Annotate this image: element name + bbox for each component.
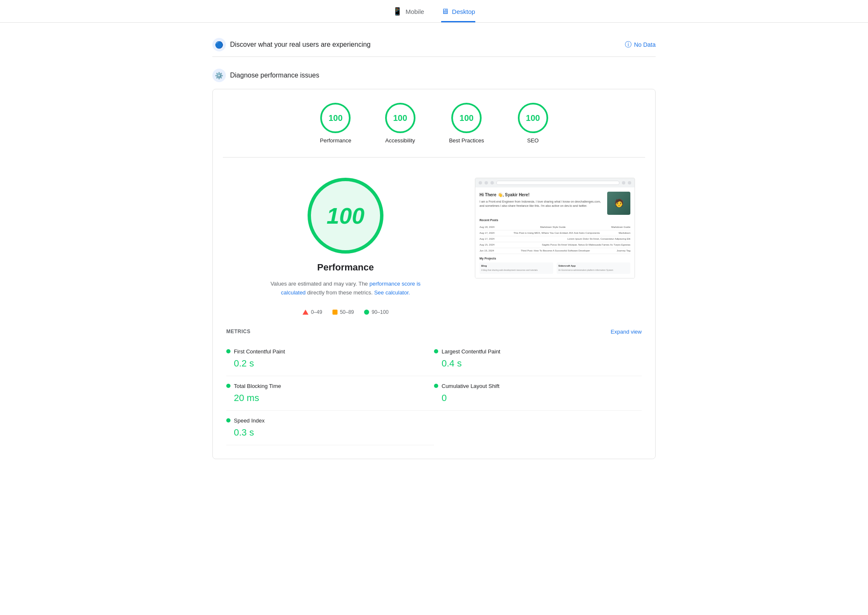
browser-icon-1 bbox=[622, 181, 625, 184]
ss-project-2-name: Sidercraft App bbox=[558, 264, 629, 268]
ss-post-date-5: Jun 15, 2024 bbox=[480, 249, 494, 253]
discover-bar: 🔵 Discover what your real users are expe… bbox=[212, 33, 656, 57]
metric-tbt-name: Total Blocking Time bbox=[234, 383, 281, 389]
legend-red: 0–49 bbox=[303, 309, 322, 315]
screenshot-body: Hi There 👋, Syakir Here! I am a Front-en… bbox=[475, 187, 635, 278]
no-data-label: No Data bbox=[634, 41, 656, 48]
metric-si-value: 0.3 s bbox=[226, 427, 434, 438]
info-icon: ⓘ bbox=[625, 40, 632, 49]
ss-post-date-2: Aug 17, 2024 bbox=[480, 231, 495, 235]
browser-icon-2 bbox=[628, 181, 631, 184]
metric-lcp-name: Largest Contentful Paint bbox=[442, 348, 500, 355]
metric-fcp: First Contentful Paint 0.2 s bbox=[226, 342, 434, 376]
perf-calculator-link[interactable]: See calculator. bbox=[374, 289, 410, 296]
metric-tbt-name-row: Total Blocking Time bbox=[226, 383, 434, 389]
score-circle-accessibility: 100 bbox=[385, 103, 415, 133]
discover-icon: 🔵 bbox=[212, 38, 226, 51]
tab-desktop[interactable]: 🖥 Desktop bbox=[441, 7, 475, 22]
metric-lcp-value: 0.4 s bbox=[434, 358, 642, 369]
tab-mobile-label: Mobile bbox=[405, 8, 424, 15]
legend-green: 90–100 bbox=[364, 309, 388, 315]
desktop-icon: 🖥 bbox=[441, 7, 449, 16]
ss-post-tags-1: Markdown Guide bbox=[611, 225, 630, 229]
scores-row: 100 Performance 100 Accessibility 100 Be… bbox=[223, 103, 645, 158]
ss-avatar: 🧑 bbox=[607, 192, 630, 215]
score-accessibility[interactable]: 100 Accessibility bbox=[385, 103, 415, 144]
ss-post-title-2: This Post is Using MDX, Where You Can Em… bbox=[514, 231, 600, 235]
perf-left: 100 Performance Values are estimated and… bbox=[233, 178, 458, 315]
perf-description: Values are estimated and may vary. The p… bbox=[265, 280, 426, 297]
metrics-label: METRICS bbox=[226, 329, 251, 334]
ss-project-1-name: Blog bbox=[481, 264, 552, 268]
mobile-icon: 📱 bbox=[393, 7, 402, 16]
metric-si-name: Speed Index bbox=[234, 417, 265, 424]
score-circle-seo: 100 bbox=[518, 103, 548, 133]
score-label-best-practices: Best Practices bbox=[449, 137, 484, 144]
browser-dot-1 bbox=[479, 181, 482, 184]
legend-orange-label: 50–89 bbox=[340, 309, 354, 315]
ss-post-3: Aug 17, 2024 Lorem Ipsum Dolor Sit Amet,… bbox=[480, 236, 630, 242]
ss-text-block: Hi There 👋, Syakir Here! I am a Front-en… bbox=[480, 192, 603, 215]
score-card: 100 Performance 100 Accessibility 100 Be… bbox=[212, 89, 656, 459]
big-perf-circle: 100 bbox=[308, 178, 383, 254]
legend-circle-icon bbox=[364, 310, 369, 315]
metric-si-name-row: Speed Index bbox=[226, 417, 434, 424]
browser-header bbox=[475, 178, 635, 187]
score-value-best-practices: 100 bbox=[460, 113, 474, 123]
ss-post-5: Jun 15, 2024 Third Post: How To Become A… bbox=[480, 248, 630, 254]
metric-fcp-value: 0.2 s bbox=[226, 358, 434, 369]
score-best-practices[interactable]: 100 Best Practices bbox=[449, 103, 484, 144]
score-circle-best-practices: 100 bbox=[451, 103, 482, 133]
perf-main: 100 Performance Values are estimated and… bbox=[223, 178, 645, 315]
discover-left: 🔵 Discover what your real users are expe… bbox=[212, 38, 370, 51]
score-value-seo: 100 bbox=[526, 113, 540, 123]
legend-triangle-icon bbox=[303, 310, 308, 315]
score-circle-performance: 100 bbox=[320, 103, 351, 133]
metric-lcp-name-row: Largest Contentful Paint bbox=[434, 348, 642, 355]
ss-post-title-1: Markdown Style Guide bbox=[540, 225, 565, 229]
metrics-grid: First Contentful Paint 0.2 s Largest Con… bbox=[226, 342, 642, 445]
browser-dot-3 bbox=[490, 181, 494, 184]
diagnose-section: ⚙️ Diagnose performance issues 100 Perfo… bbox=[212, 69, 656, 459]
legend-square-icon bbox=[332, 310, 338, 315]
legend-orange: 50–89 bbox=[332, 309, 354, 315]
legend: 0–49 50–89 90–100 bbox=[303, 309, 388, 315]
perf-desc-mid: directly from these metrics. bbox=[305, 289, 374, 296]
metric-tbt-dot bbox=[226, 384, 230, 388]
ss-para: I am a Front-end Engineer from Indonesia… bbox=[480, 200, 603, 208]
score-label-performance: Performance bbox=[320, 137, 351, 144]
expand-view-button[interactable]: Expand view bbox=[611, 329, 642, 335]
metric-cls: Cumulative Layout Shift 0 bbox=[434, 376, 642, 411]
metric-si: Speed Index 0.3 s bbox=[226, 411, 434, 445]
tab-mobile[interactable]: 📱 Mobile bbox=[393, 7, 424, 22]
metric-fcp-name: First Contentful Paint bbox=[234, 348, 285, 355]
diagnose-icon: ⚙️ bbox=[212, 69, 226, 82]
tab-desktop-label: Desktop bbox=[452, 8, 475, 15]
browser-dot-2 bbox=[485, 181, 488, 184]
ss-hero: Hi There 👋, Syakir Here! I am a Front-en… bbox=[480, 192, 630, 215]
metric-cls-name: Cumulative Layout Shift bbox=[442, 383, 499, 389]
metric-fcp-dot bbox=[226, 349, 230, 353]
legend-green-label: 90–100 bbox=[372, 309, 388, 315]
ss-post-2: Aug 17, 2024 This Post is Using MDX, Whe… bbox=[480, 230, 630, 236]
ss-post-title-4: Sagitts Purus Sit Amet Volutpat. Netus E… bbox=[542, 243, 630, 247]
ss-post-tags-5: Journey Tag bbox=[616, 249, 630, 253]
metric-fcp-name-row: First Contentful Paint bbox=[226, 348, 434, 355]
ss-post-date-3: Aug 17, 2024 bbox=[480, 237, 495, 241]
score-value-accessibility: 100 bbox=[393, 113, 407, 123]
ss-recent-posts-title: Recent Posts bbox=[480, 218, 630, 223]
ss-project-2: Sidercraft App An Ecommerce administrati… bbox=[557, 262, 630, 274]
big-perf-value: 100 bbox=[327, 203, 364, 229]
main-content: 🔵 Discover what your real users are expe… bbox=[202, 33, 666, 459]
discover-title: Discover what your real users are experi… bbox=[230, 41, 370, 48]
score-label-accessibility: Accessibility bbox=[385, 137, 415, 144]
score-seo[interactable]: 100 SEO bbox=[518, 103, 548, 144]
perf-title: Performance bbox=[317, 262, 374, 273]
legend-red-label: 0–49 bbox=[311, 309, 322, 315]
perf-desc-prefix: Values are estimated and may vary. The bbox=[271, 281, 370, 287]
ss-project-1: Blog A blog that sharing web development… bbox=[480, 262, 553, 274]
metric-cls-name-row: Cumulative Layout Shift bbox=[434, 383, 642, 389]
ss-post-title-5: Third Post: How To Become A Successful S… bbox=[521, 249, 590, 253]
score-value-performance: 100 bbox=[329, 113, 343, 123]
score-performance[interactable]: 100 Performance bbox=[320, 103, 351, 144]
